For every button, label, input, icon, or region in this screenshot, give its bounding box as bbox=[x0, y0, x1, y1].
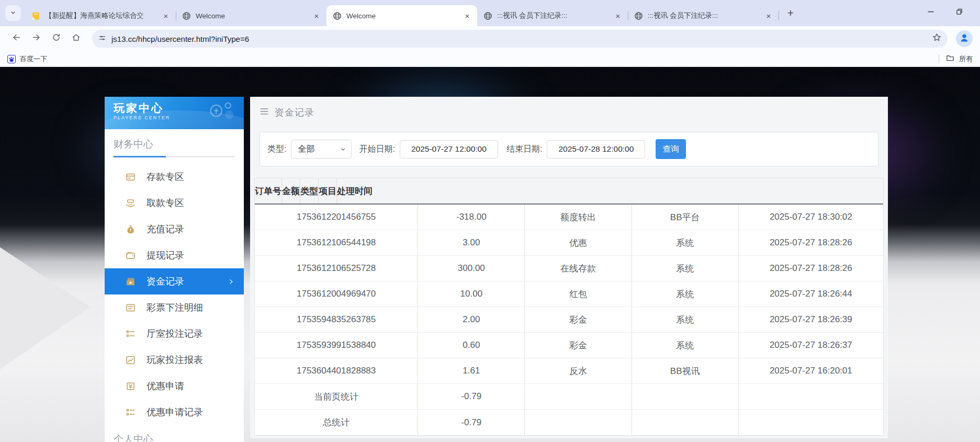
cell-time bbox=[739, 410, 883, 435]
bookmarks-bar: 百度一下 所有 bbox=[0, 51, 980, 67]
tune-icon bbox=[98, 34, 106, 43]
cell-amount: -0.79 bbox=[418, 384, 525, 409]
menu-item-label: 提现记录 bbox=[147, 249, 184, 262]
cell-amount: 1.61 bbox=[418, 358, 525, 383]
all-bookmarks-button[interactable] bbox=[946, 54, 954, 64]
sidebar: 玩家中心 PLAYERS CENTER 财务中心 存款专区 bbox=[105, 97, 244, 442]
minimize-button[interactable] bbox=[926, 7, 936, 18]
players-center-subtitle: PLAYERS CENTER bbox=[114, 115, 244, 120]
cell-order-id: 1753612201456755 bbox=[255, 205, 418, 230]
sidebar-menu-item[interactable]: 厅室投注记录 bbox=[105, 321, 244, 347]
tab-list: 【新提醒】海燕策略论坛综合交 × Welcome × Welcome × bbox=[25, 0, 779, 26]
promo-record-list-icon bbox=[125, 407, 136, 417]
start-date-label: 开始日期: bbox=[359, 144, 395, 155]
cell-project: 系统 bbox=[632, 307, 739, 332]
start-date-input[interactable] bbox=[400, 140, 498, 158]
cell-amount: 10.00 bbox=[418, 281, 525, 307]
browser-tab[interactable]: :::视讯 会员下注纪录::: × bbox=[628, 5, 779, 26]
cell-project: 系统 bbox=[632, 230, 739, 255]
doc-yellow-icon bbox=[31, 12, 40, 20]
bookmark-list: 百度一下 bbox=[7, 54, 47, 64]
cell-type: 优惠 bbox=[525, 230, 632, 255]
finance-section-header: 财务中心 bbox=[105, 129, 244, 157]
close-tab-icon[interactable]: × bbox=[613, 11, 623, 20]
sidebar-menu-item[interactable]: 充值记录 bbox=[105, 216, 244, 242]
type-select[interactable]: 全部 bbox=[291, 140, 352, 158]
cell-type: 彩金 bbox=[525, 307, 632, 332]
tab-strip: 【新提醒】海燕策略论坛综合交 × Welcome × Welcome × bbox=[0, 0, 980, 26]
table-row: 当前页统计 -0.79 bbox=[255, 384, 883, 410]
browser-tab[interactable]: Welcome × bbox=[176, 5, 326, 26]
page-title: 资金记录 bbox=[275, 106, 314, 119]
cell-time: 2025-07-27 18:26:39 bbox=[739, 307, 883, 332]
home-button[interactable] bbox=[67, 30, 85, 48]
menu-item-label: 优惠申请 bbox=[147, 380, 184, 392]
menu-icon bbox=[260, 107, 269, 119]
page-content: 玩家中心 PLAYERS CENTER 财务中心 存款专区 bbox=[0, 67, 980, 442]
search-button[interactable]: 查询 bbox=[656, 139, 686, 159]
browser-chrome: 【新提醒】海燕策略论坛综合交 × Welcome × Welcome × bbox=[0, 0, 980, 67]
close-tab-icon[interactable]: × bbox=[312, 11, 321, 20]
url-text[interactable]: js13.cc/hhcp/usercenter.html?iniType=6 bbox=[111, 35, 927, 43]
new-tab-button[interactable]: + bbox=[783, 5, 798, 21]
cell-order-id: 1753604401828883 bbox=[255, 358, 418, 383]
sidebar-menu-item[interactable]: 资金记录 bbox=[105, 268, 244, 294]
menu-item-label: 资金记录 bbox=[147, 275, 184, 288]
cell-order-id: 1753612106525728 bbox=[255, 256, 418, 281]
close-tab-icon[interactable]: × bbox=[764, 11, 773, 20]
sidebar-menu-item[interactable]: 取款专区 bbox=[105, 190, 244, 216]
sidebar-menu-item[interactable]: 优惠申请记录 bbox=[105, 399, 244, 425]
bookmark-star-button[interactable] bbox=[932, 33, 941, 44]
cell-type: 反水 bbox=[525, 358, 632, 383]
collapse-menu-button[interactable] bbox=[260, 107, 269, 119]
table-row: 1753612106525728 300.00 在线存款 系统 2025-07-… bbox=[255, 256, 883, 281]
avatar-icon bbox=[959, 32, 970, 46]
chevron-down-icon bbox=[9, 9, 17, 18]
cell-order-id: 1753594835263785 bbox=[255, 307, 418, 332]
tab-title: Welcome bbox=[346, 12, 458, 20]
folder-icon bbox=[946, 54, 954, 64]
cell-order-id: 1753593991538840 bbox=[255, 333, 418, 358]
cell-project: 系统 bbox=[632, 333, 739, 358]
sidebar-menu-item[interactable]: 彩票下注明细 bbox=[105, 294, 244, 321]
home-icon bbox=[72, 33, 81, 44]
profile-avatar-button[interactable] bbox=[956, 30, 973, 47]
deposit-card-icon bbox=[125, 172, 136, 182]
promo-apply-icon bbox=[125, 381, 136, 391]
menu-item-label: 厅室投注记录 bbox=[147, 327, 203, 340]
cell-amount: 0.60 bbox=[418, 333, 525, 358]
section-underline bbox=[114, 156, 235, 157]
cell-project: 系统 bbox=[632, 281, 739, 307]
sidebar-menu-item[interactable]: 优惠申请 bbox=[105, 373, 244, 399]
cell-amount: -318.00 bbox=[418, 205, 525, 230]
menu-item-label: 取款专区 bbox=[147, 197, 184, 209]
sidebar-menu-item[interactable]: 玩家投注报表 bbox=[105, 347, 244, 373]
withdraw-hand-icon bbox=[125, 198, 136, 208]
sidebar-menu-item[interactable]: 存款专区 bbox=[105, 164, 244, 190]
bookmark-item[interactable]: 百度一下 bbox=[7, 54, 47, 64]
personal-section-label: 个人中心 bbox=[105, 425, 244, 442]
cell-type: 额度转出 bbox=[525, 205, 632, 230]
cell-time bbox=[739, 384, 883, 409]
restore-icon bbox=[955, 8, 963, 17]
forward-button[interactable] bbox=[27, 30, 45, 48]
sidebar-menu-item[interactable]: 提现记录 bbox=[105, 242, 244, 268]
close-tab-icon[interactable]: × bbox=[161, 11, 171, 20]
table-header-cell: 类型 bbox=[300, 178, 319, 203]
menu-item-label: 充值记录 bbox=[147, 223, 184, 235]
cell-order-id: 总统计 bbox=[255, 410, 418, 435]
back-button[interactable] bbox=[7, 30, 25, 48]
end-date-input[interactable] bbox=[547, 140, 645, 158]
cashout-wallet-icon bbox=[125, 251, 136, 260]
close-tab-icon[interactable]: × bbox=[463, 11, 472, 20]
sidebar-menu: 存款专区 取款专区 充值记录 bbox=[105, 164, 244, 425]
tab-search-button[interactable] bbox=[5, 5, 21, 21]
address-bar[interactable]: js13.cc/hhcp/usercenter.html?iniType=6 bbox=[92, 30, 948, 48]
cell-time: 2025-07-27 18:28:26 bbox=[739, 230, 883, 255]
restore-button[interactable] bbox=[954, 7, 964, 18]
site-info-button[interactable] bbox=[98, 34, 106, 43]
browser-tab[interactable]: :::视讯 会员下注纪录::: × bbox=[477, 5, 628, 26]
browser-tab[interactable]: Welcome × bbox=[326, 5, 477, 26]
browser-tab[interactable]: 【新提醒】海燕策略论坛综合交 × bbox=[25, 5, 176, 26]
reload-button[interactable] bbox=[47, 30, 65, 48]
